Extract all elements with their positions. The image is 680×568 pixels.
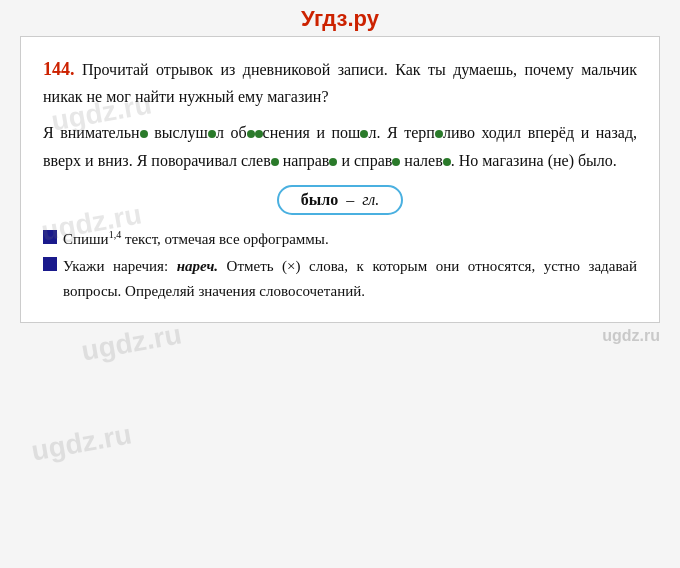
analysis-box: было – гл. — [43, 185, 637, 215]
dot-5 — [360, 130, 368, 138]
analysis-label: гл. — [362, 191, 379, 208]
analysis-dash: – — [342, 191, 362, 208]
footer-watermark: ugdz.ru — [20, 323, 660, 345]
site-header: Угдз.ру — [0, 0, 680, 36]
dot-9 — [392, 158, 400, 166]
dot-8 — [329, 158, 337, 166]
task-2-text: Укажи наречия: нареч. Отметь (×) слова, … — [63, 254, 637, 304]
narechiye-label: нареч. — [177, 258, 218, 274]
analysis-word: было — [301, 191, 338, 208]
superscript-1: 1,4 — [109, 229, 122, 240]
main-card: ugdz.ru ugdz.ru ugdz.ru ugdz.ru 144. Про… — [20, 36, 660, 323]
dot-6 — [435, 130, 443, 138]
dot-1 — [140, 130, 148, 138]
exercise-number: 144. — [43, 59, 75, 79]
dot-2 — [208, 130, 216, 138]
dot-7 — [271, 158, 279, 166]
task-1-bullet — [43, 230, 57, 244]
task-1: Спиши1,4 текст, отмечая все орфограммы. — [43, 227, 637, 252]
dot-3 — [247, 130, 255, 138]
task-2-bullet — [43, 257, 57, 271]
analysis-pill: было – гл. — [277, 185, 403, 215]
dot-4 — [255, 130, 263, 138]
task-2: Укажи наречия: нареч. Отметь (×) слова, … — [43, 254, 637, 304]
watermark-4: ugdz.ru — [29, 418, 134, 467]
intro-text: Прочитай отрывок из дневниковой записи. … — [43, 61, 637, 105]
tasks-block: Спиши1,4 текст, отмечая все орфограммы. … — [43, 227, 637, 303]
dot-10 — [443, 158, 451, 166]
task-1-text: Спиши1,4 текст, отмечая все орфограммы. — [63, 227, 637, 252]
body-text: Я внимательн выслушл обснения и пошл. Я … — [43, 119, 637, 175]
exercise-intro: 144. Прочитай отрывок из дневниковой зап… — [43, 55, 637, 109]
